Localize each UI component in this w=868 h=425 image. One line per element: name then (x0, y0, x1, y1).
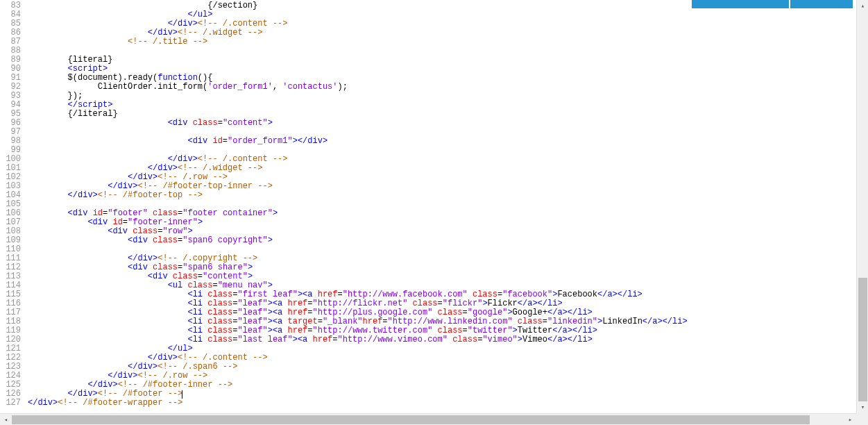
code-line[interactable]: </script> (28, 101, 854, 110)
scrollbar-corner (856, 413, 868, 425)
code-line[interactable]: <div class="span6 copyright"> (28, 236, 854, 245)
code-line[interactable]: </div><!-- /#footer-top --> (28, 191, 854, 200)
horizontal-scroll-thumb[interactable] (12, 415, 810, 424)
vertical-scroll-thumb[interactable] (858, 278, 867, 403)
scroll-right-button[interactable]: ▸ (844, 414, 856, 425)
code-line[interactable]: }); (28, 92, 854, 101)
code-line[interactable]: </div><!-- /#footer-wrapper --> (28, 399, 854, 408)
code-line[interactable]: <div id="order_form1"></div> (28, 137, 854, 146)
code-line[interactable]: ClientOrder.init_form('order_form1', 'co… (28, 83, 854, 92)
code-editor[interactable]: 8384858687888990919293949596979899100101… (0, 0, 854, 411)
scroll-down-button[interactable]: ▾ (857, 401, 868, 413)
code-area[interactable]: {/section} </ul> </div><!-- /.content --… (28, 0, 854, 408)
scroll-left-button[interactable]: ◂ (0, 414, 12, 425)
code-line[interactable]: <div class="content"> (28, 119, 854, 128)
code-line[interactable]: <!-- /.title --> (28, 38, 854, 47)
scroll-up-button[interactable]: ▴ (857, 0, 868, 12)
line-number-gutter: 8384858687888990919293949596979899100101… (0, 0, 25, 408)
vertical-scrollbar[interactable]: ▴ ▾ (856, 0, 868, 413)
code-line[interactable] (28, 47, 854, 56)
code-line[interactable]: {literal} (28, 56, 854, 65)
horizontal-scrollbar[interactable]: ◂ ▸ (0, 413, 856, 425)
line-number: 127 (0, 399, 21, 408)
